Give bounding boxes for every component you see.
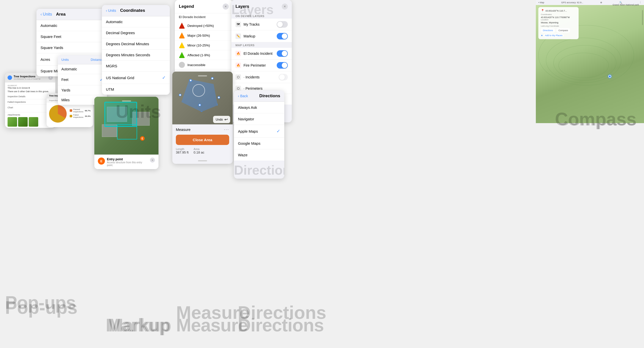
- popup-row-inspection[interactable]: Inspection Details ›: [8, 94, 53, 99]
- direction-waze[interactable]: Waze: [234, 149, 284, 161]
- map-scrollbar: [642, 10, 643, 25]
- map-zoom-icon[interactable]: ⊕: [600, 1, 602, 4]
- sub-unit-yards[interactable]: Yards: [58, 85, 107, 95]
- sub-unit-miles-label: Miles: [61, 98, 70, 102]
- legend-item-minor: Minor (10-25%): [175, 40, 233, 50]
- close-area-button[interactable]: Close Area: [176, 135, 229, 145]
- map-gps-text: GPS accuracy: 62.9...: [561, 1, 583, 4]
- popup-coords2: 43.668197: [8, 84, 53, 87]
- popup-row-label-failed: Failed Inspections: [8, 101, 26, 103]
- units-back-button[interactable]: ‹ Units: [41, 12, 52, 17]
- on-device-list: 🗺 My Tracks ✏️ Markup: [231, 19, 292, 42]
- legend-color-inaccessible: [179, 62, 185, 68]
- map-layers-label: MAP LAYERS: [231, 42, 292, 48]
- undo-text: Undo: [216, 118, 223, 121]
- legend-text-passed: Passed Inspections: [73, 108, 84, 113]
- layer-icon-tracks: 🗺: [235, 22, 241, 27]
- coord-check-usng: ✓: [162, 75, 166, 80]
- star-icon: ★: [541, 34, 543, 37]
- sub-nav: Units Distance: [58, 55, 107, 64]
- measure-length-label: Length: [176, 147, 189, 151]
- add-myplaces-btn[interactable]: Add to My Places: [544, 34, 564, 37]
- units-item-sqyd[interactable]: Square Yards: [36, 42, 107, 53]
- coord-item-ddm[interactable]: Degrees Decimal Minutes: [102, 38, 170, 49]
- coord-label-dms: Degrees Minutes Seconds: [106, 53, 150, 57]
- layer-item-eldorado: 🔥 El Dorado Incident: [231, 48, 292, 60]
- directions-list: Always Ask Navigator Apple Maps ✓ Google…: [234, 102, 284, 161]
- measure-panel: Undo ↩ Measure ··· Close Area Length 387…: [172, 72, 233, 164]
- popups-label-large: Pop-ups: [5, 297, 77, 318]
- sub-unit-automatic[interactable]: Automatic: [58, 64, 107, 74]
- legend-close-button[interactable]: ✕: [223, 4, 229, 10]
- mytracks-toggle-knob: [277, 22, 283, 27]
- directions-title: Directions: [259, 93, 280, 98]
- direction-navigator[interactable]: Navigator: [234, 113, 284, 125]
- measure-handle: [172, 73, 233, 77]
- legend-pct-failed: 33.3%: [85, 115, 91, 117]
- pie-chart: [49, 105, 67, 123]
- map-menu-icon[interactable]: ⋮: [639, 1, 641, 4]
- layer-name-fire: Fire Perimeter: [244, 63, 274, 67]
- entry-icon: E: [98, 158, 105, 165]
- measure-more-icon[interactable]: ···: [224, 127, 229, 132]
- directions-watermark: Directions: [234, 161, 284, 179]
- coord-item-dms[interactable]: Degrees Minutes Seconds: [102, 49, 170, 61]
- layers-close-button[interactable]: ✕: [282, 4, 288, 10]
- coord-back-button[interactable]: ‹ Units: [106, 9, 116, 13]
- units-nav-title: Area: [56, 12, 66, 17]
- coord-item-usng[interactable]: US National Grid ✓: [102, 72, 170, 84]
- sub-unit-auto-label: Automatic: [61, 67, 77, 71]
- sub-nav-distance[interactable]: Distance: [91, 58, 103, 62]
- layer-name-incidents: · Incidents: [244, 75, 276, 79]
- coord-list: Automatic Decimal Degrees Degrees Decima…: [102, 16, 170, 95]
- layer-icon-incidents: ⬡: [235, 74, 241, 80]
- layer-icon-markup: ✏️: [235, 33, 241, 39]
- measure-area-stat: Area 0.18 ac: [194, 147, 205, 154]
- direction-applemaps[interactable]: Apple Maps ✓: [234, 125, 284, 138]
- units-label-large: Units: [116, 101, 161, 122]
- popup-row-failed[interactable]: Failed Inspections ›: [8, 99, 53, 105]
- coord-label-auto: Automatic: [106, 20, 123, 24]
- fire-toggle[interactable]: [277, 62, 288, 69]
- map-pin-icon: 📍: [541, 9, 544, 12]
- units-item-label: Automatic: [41, 23, 57, 28]
- sub-unit-feet[interactable]: Feet ✓: [58, 74, 107, 85]
- coord-label-mgrs: MGRS: [106, 64, 117, 68]
- directions-back-button[interactable]: ‹ Back: [238, 94, 248, 98]
- entry-close-button[interactable]: ✕: [150, 158, 155, 163]
- incidents-toggle[interactable]: [279, 74, 288, 80]
- popup-row-chart[interactable]: Chart ›: [8, 105, 53, 110]
- eldorado-toggle[interactable]: [277, 50, 288, 57]
- layer-item-markup: ✏️ Markup: [231, 30, 292, 42]
- coord-label-usng: US National Grid: [106, 76, 134, 80]
- direction-googlemaps[interactable]: Google Maps: [234, 138, 284, 149]
- map-directions-btn[interactable]: Directions: [541, 28, 555, 33]
- map-coords-text: 43.831420°N 110.7...: [545, 10, 567, 12]
- coord-item-auto[interactable]: Automatic: [102, 16, 170, 27]
- directions-label-large: Directions: [238, 302, 326, 323]
- units-item-automatic[interactable]: Automatic: [36, 20, 107, 31]
- legend-title: Legend: [179, 4, 194, 9]
- units-back-label: Units: [43, 12, 52, 17]
- map-compass-btn[interactable]: Compass: [556, 28, 570, 33]
- direction-always-ask[interactable]: Always Ask: [234, 102, 284, 113]
- markup-route: [117, 124, 137, 139]
- measure-length-val: 387.95 ft: [176, 151, 189, 154]
- legend-item-failed: Failed Inspections 33.3%: [70, 114, 91, 118]
- popup-row-label: Inspection Details: [8, 95, 25, 98]
- measure-map: Undo ↩: [172, 72, 233, 124]
- map-label: • Map: [538, 1, 544, 4]
- mytracks-toggle[interactable]: [277, 21, 288, 28]
- measure-dot-5: [179, 94, 181, 96]
- layer-name-markup: Markup: [244, 34, 274, 38]
- coord-item-dd[interactable]: Decimal Degrees: [102, 27, 170, 38]
- undo-icon[interactable]: ↩: [224, 117, 228, 122]
- layer-item-mytracks: 🗺 My Tracks: [231, 19, 292, 30]
- sub-nav-units[interactable]: Units: [61, 58, 69, 62]
- coord-item-utm[interactable]: UTM: [102, 84, 170, 95]
- units-item-sqft[interactable]: Square Feet: [36, 31, 107, 42]
- coord-item-mgrs[interactable]: MGRS: [102, 61, 170, 72]
- markup-toggle[interactable]: [277, 33, 288, 39]
- legend-color-minor: [179, 42, 185, 48]
- layer-name-eldorado: El Dorado Incident: [244, 52, 274, 56]
